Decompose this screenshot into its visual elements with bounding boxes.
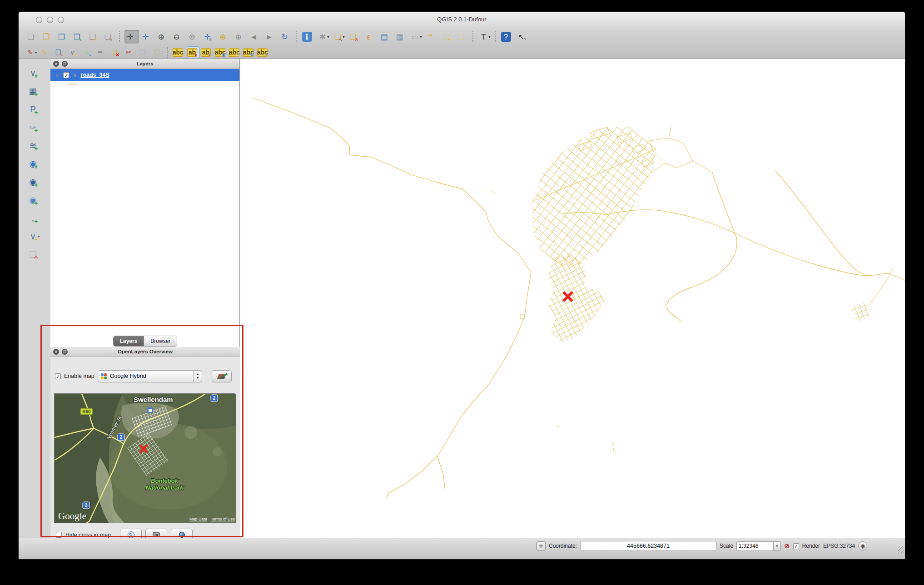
new-project-button[interactable]: ❏ <box>25 30 40 44</box>
label-settings-button[interactable]: abc <box>173 46 186 58</box>
remove-layer-button[interactable]: ❑⊖ <box>26 247 43 262</box>
tab-layers[interactable]: Layers <box>114 336 144 346</box>
open-attribute-table-button[interactable]: ▤ <box>378 30 393 44</box>
enable-map-checkbox[interactable]: ✓ <box>55 373 61 379</box>
pan-to-selection-button[interactable]: ✛ <box>140 30 154 44</box>
paste-features-button[interactable]: ❒ <box>152 46 165 58</box>
svg-text:R60: R60 <box>82 409 91 414</box>
crs-globe-icon[interactable]: ◉ <box>858 541 867 550</box>
dropdown-caret[interactable]: ▾ <box>420 35 423 39</box>
help-contents-button[interactable]: ? <box>500 30 515 44</box>
tab-browser[interactable]: Browser <box>144 336 177 346</box>
label-visibility-button[interactable]: abc◉ <box>215 46 228 58</box>
zoom-to-selection-button[interactable]: ⊕ <box>217 30 232 44</box>
label-recover-button[interactable]: abc↻ <box>243 46 256 58</box>
roads-layer <box>253 92 905 498</box>
toggle-editing-button[interactable]: ✎ <box>39 46 52 58</box>
whats-this-button[interactable]: ↖? <box>516 30 530 44</box>
add-raster-layer-button[interactable]: ▦✚ <box>26 84 43 99</box>
new-bookmark-button[interactable]: ❑✳ <box>440 30 455 44</box>
coordinate-input[interactable]: 445666,6234871 <box>580 541 716 551</box>
layer-visibility-checkbox[interactable]: ✓ <box>63 72 69 78</box>
map-tips-button[interactable]: ❝ <box>425 30 439 44</box>
add-vector-layer-button[interactable]: ∨✚ <box>26 65 43 80</box>
bottom-dock-tabs: Layers Browser <box>50 335 240 347</box>
new-shapefile-layer-button[interactable]: ∨✳ ▾ <box>26 229 43 244</box>
hide-cross-checkbox[interactable]: ✓ <box>56 532 62 538</box>
add-mssql-layer-button[interactable]: ≋✚ <box>26 138 43 153</box>
current-edits-button[interactable]: ✎ ▾ <box>25 46 38 58</box>
zoom-next-button[interactable]: ► <box>263 30 278 44</box>
text-annotation-button[interactable]: T ▾ <box>478 30 492 44</box>
dropdown-caret[interactable]: ▾ <box>343 35 346 39</box>
select-features-button[interactable]: ❑↖ ▾ <box>332 30 347 44</box>
statistical-summary-button[interactable]: ▦ <box>394 30 408 44</box>
title-bar[interactable]: QGIS 2.0.1-Dufour <box>19 12 905 28</box>
add-delimited-text-layer-button[interactable]: ,✚ <box>26 211 43 226</box>
pan-map-button[interactable]: ✛ <box>124 30 139 44</box>
copy-features-button[interactable]: ❐ <box>138 46 151 58</box>
label-edit-button[interactable]: abc✎ <box>257 46 270 58</box>
label-pin-button[interactable]: ab● <box>187 46 200 58</box>
add-wcs-layer-button[interactable]: ◉✚ <box>26 174 43 189</box>
scale-combo[interactable]: 1:32346 ▼ <box>736 541 781 551</box>
identify-features-button[interactable]: ℹ <box>301 30 316 44</box>
layer-row-roads-34s[interactable]: ▼ ✓ ∨ roads_34S <box>50 69 239 81</box>
add-map-layer-button[interactable]: ✚ <box>212 370 232 382</box>
overview-minimap[interactable]: Swellendam R60 Voortrek St 2 2 <box>54 393 235 523</box>
measure-button[interactable]: ▭ ▾ <box>409 30 424 44</box>
add-feature-button[interactable]: ∨✳ <box>67 46 80 58</box>
add-wfs-layer-button[interactable]: ◉✚ <box>26 193 43 208</box>
expand-arrow-icon[interactable]: ▼ <box>55 73 60 78</box>
map-canvas[interactable] <box>240 59 905 539</box>
show-bookmarks-button[interactable]: ❑ <box>456 30 470 44</box>
chevron-down-icon[interactable]: ▼ <box>773 542 780 550</box>
composer-manager-button[interactable]: ❏✎ <box>102 30 117 44</box>
dropdown-caret[interactable]: ▾ <box>489 35 492 39</box>
label-copy-button[interactable]: abc❐ <box>229 46 242 58</box>
layer-symbology-swatch[interactable] <box>68 84 77 84</box>
open-project-button[interactable]: ❐ <box>40 30 55 44</box>
run-feature-action-button[interactable]: ✱ ▾ <box>317 30 331 44</box>
mouse-position-icon[interactable]: ✛ <box>537 541 546 550</box>
zoom-native-button[interactable]: ⊚ <box>186 30 201 44</box>
layer-name[interactable]: roads_34S <box>81 72 109 78</box>
add-spatialite-layer-button[interactable]: ✑✚ <box>26 120 43 135</box>
dropdown-caret[interactable]: ▾ <box>35 50 38 55</box>
move-feature-button[interactable]: ●↘ <box>81 46 94 58</box>
zoom-to-layer-button[interactable]: ⊕ <box>233 30 247 44</box>
zoom-in-button[interactable]: ⊕ <box>155 30 170 44</box>
toolbar-separator <box>296 31 299 42</box>
crs-status: EPSG:32734 <box>823 543 855 549</box>
add-wms-layer-button[interactable]: ◉✚ <box>26 156 43 171</box>
cut-features-button[interactable]: ✂ <box>124 46 137 58</box>
stepper-arrows-icon[interactable]: ▲▼ <box>194 371 202 382</box>
terms-of-use-link[interactable]: Terms of Use <box>211 517 235 521</box>
select-by-expression-button[interactable]: ε <box>363 30 378 44</box>
zoom-out-button[interactable]: ⊖ <box>171 30 185 44</box>
close-panel-icon[interactable]: ✕ <box>53 61 59 67</box>
render-checkbox[interactable]: ✓ <box>793 543 799 549</box>
new-print-composer-button[interactable]: ❏✳ <box>87 30 101 44</box>
dropdown-caret[interactable]: ▾ <box>328 35 331 39</box>
zoom-full-button[interactable]: ✛⊕ <box>202 30 216 44</box>
dropdown-caret[interactable]: ▾ <box>38 234 41 238</box>
map-provider-select[interactable]: Google Hybrid ▲▼ <box>98 370 202 382</box>
map-data-link[interactable]: Map Data <box>189 517 207 521</box>
save-project-as-button[interactable]: ❒✎ <box>71 30 86 44</box>
stop-render-icon[interactable]: ⊘ <box>784 542 790 550</box>
label-unpin-button[interactable]: ab● <box>201 46 214 58</box>
save-project-button[interactable]: ❒ <box>56 30 70 44</box>
refresh-button[interactable]: ↻ <box>279 30 293 44</box>
deselect-features-button[interactable]: ❑⊘ <box>348 30 362 44</box>
close-panel-icon[interactable]: ✕ <box>53 349 59 355</box>
float-panel-icon[interactable]: ❐ <box>62 349 68 355</box>
resize-grip[interactable] <box>898 546 904 553</box>
zoom-last-button[interactable]: ◄ <box>248 30 263 44</box>
layers-panel-header: ✕ ❐ Layers <box>50 59 239 69</box>
float-panel-icon[interactable]: ❐ <box>62 61 68 67</box>
delete-selected-button[interactable]: ❑✖ <box>109 46 123 58</box>
add-postgis-layer-button[interactable]: P✚ <box>26 102 43 117</box>
node-tool-button[interactable]: ✒ <box>95 46 109 58</box>
save-layer-edits-button[interactable]: ❒✎ <box>53 46 66 58</box>
